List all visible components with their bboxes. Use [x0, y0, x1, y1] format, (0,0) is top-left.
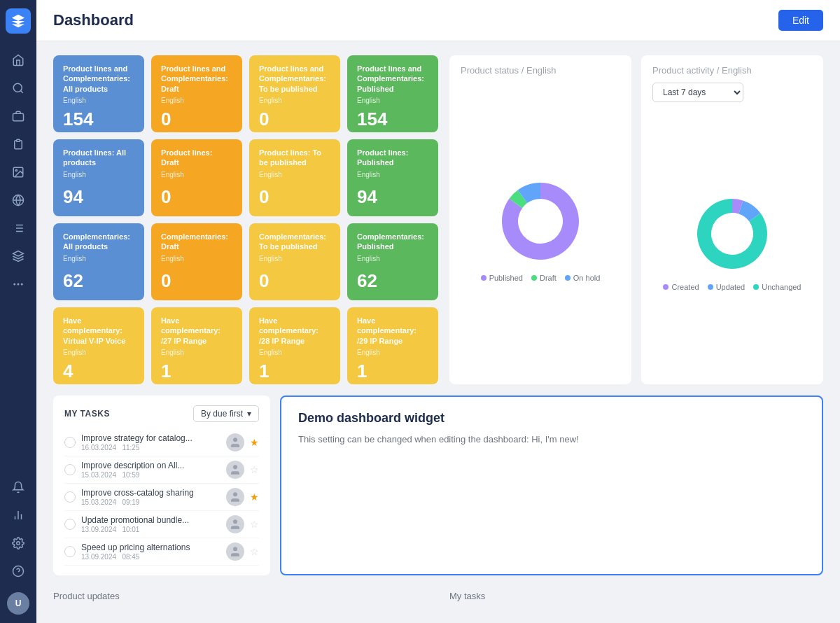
legend-dot: [565, 275, 570, 281]
product-activity-donut: CreatedUpdatedUnchanged: [652, 108, 812, 374]
user-avatar[interactable]: U: [7, 592, 29, 615]
svg-point-28: [233, 547, 237, 551]
task-date: 15.03.2024 10:59: [81, 471, 220, 479]
stat-card-title: Complementaries: All products: [63, 232, 134, 252]
legend-label: Updated: [716, 283, 746, 291]
stat-card[interactable]: Product lines and Complementaries: Publi…: [347, 55, 438, 132]
search-icon: [12, 82, 24, 94]
stat-card-value: 0: [259, 186, 330, 208]
sidebar-item-briefcase[interactable]: [6, 104, 31, 129]
task-avatar: [226, 433, 244, 451]
stat-card-title: Product lines and Complementaries: Draft: [161, 64, 232, 94]
tasks-filter-button[interactable]: By due first ▾: [193, 405, 259, 422]
task-star[interactable]: ★: [250, 491, 259, 503]
sidebar-item-globe[interactable]: [6, 188, 31, 213]
legend-item: Draft: [531, 274, 556, 282]
stat-card[interactable]: Product lines and Complementaries: To be…: [249, 55, 340, 132]
task-checkbox[interactable]: [64, 464, 76, 475]
task-item[interactable]: Improve cross-catalog sharing 15.03.2024…: [64, 484, 259, 511]
stat-card[interactable]: Complementaries: Published English 62: [347, 223, 438, 300]
legend-label: On hold: [573, 274, 601, 282]
sidebar-item-layers[interactable]: [6, 244, 31, 269]
stat-card-lang: English: [259, 97, 330, 104]
task-checkbox[interactable]: [64, 491, 76, 503]
task-star[interactable]: ★: [250, 437, 259, 448]
clipboard-icon: [12, 138, 24, 150]
my-tasks-label: My tasks: [449, 591, 485, 601]
tasks-filter-label: By due first: [201, 409, 243, 419]
stat-card-title: Product lines: Published: [357, 148, 428, 168]
stat-card[interactable]: Product lines: To be published English 0: [249, 139, 340, 216]
charts-row: Product status / English PublishedDraftO…: [449, 55, 823, 384]
stat-card[interactable]: Have complementary: /29 IP Range English…: [347, 307, 438, 384]
sidebar-logo[interactable]: [6, 8, 31, 34]
stat-card[interactable]: Product lines and Complementaries: All p…: [53, 55, 144, 132]
edit-button[interactable]: Edit: [778, 10, 823, 31]
activity-filter-dropdown[interactable]: Last 7 daysLast 30 daysLast 90 days: [652, 83, 743, 102]
stat-card[interactable]: Product lines: Published English 94: [347, 139, 438, 216]
legend-label: Published: [489, 274, 523, 282]
sidebar-item-home[interactable]: [6, 48, 31, 73]
sidebar-item-help[interactable]: [6, 559, 31, 584]
task-checkbox[interactable]: [64, 437, 76, 448]
stat-card-lang: English: [161, 349, 232, 356]
task-date: 13.09.2024 10:01: [81, 526, 220, 533]
task-item[interactable]: Speed up pricing alternations 13.09.2024…: [64, 538, 259, 566]
svg-point-21: [17, 542, 20, 545]
task-date: 13.09.2024 08:45: [81, 553, 220, 561]
stat-card[interactable]: Complementaries: To be published English…: [249, 223, 340, 300]
stat-card[interactable]: Complementaries: Draft English 0: [151, 223, 242, 300]
task-name: Speed up pricing alternations: [81, 542, 220, 552]
sidebar-item-bell[interactable]: [6, 475, 31, 500]
stat-card-value: 4: [63, 360, 134, 382]
sidebar-item-more[interactable]: [6, 272, 31, 297]
stat-card-title: Complementaries: Draft: [161, 232, 232, 252]
status-donut-svg: [495, 176, 586, 267]
task-star[interactable]: ☆: [250, 464, 259, 475]
task-item[interactable]: Update promotional bundle... 13.09.2024 …: [64, 511, 259, 538]
task-checkbox[interactable]: [64, 546, 76, 557]
task-date: 16.03.2024 11:25: [81, 444, 220, 451]
task-avatar: [226, 542, 244, 561]
sidebar-item-search[interactable]: [6, 76, 31, 101]
task-star[interactable]: ☆: [250, 546, 259, 557]
sidebar-item-list[interactable]: [6, 216, 31, 241]
stat-card[interactable]: Product lines and Complementaries: Draft…: [151, 55, 242, 132]
legend-item: Created: [663, 283, 699, 291]
stat-card[interactable]: Have complementary: Virtual V-IP Voice E…: [53, 307, 144, 384]
task-item[interactable]: Improve description on All... 15.03.2024…: [64, 456, 259, 484]
task-checkbox[interactable]: [64, 519, 76, 530]
stat-card-value: 1: [161, 360, 232, 382]
legend-label: Created: [671, 283, 699, 291]
stat-card[interactable]: Have complementary: /28 IP Range English…: [249, 307, 340, 384]
stat-card[interactable]: Have complementary: /27 IP Range English…: [151, 307, 242, 384]
stat-card-lang: English: [63, 255, 134, 262]
stat-card[interactable]: Product lines: Draft English 0: [151, 139, 242, 216]
stat-card[interactable]: Product lines: All products English 94: [53, 139, 144, 216]
svg-point-15: [18, 284, 19, 285]
svg-point-25: [233, 465, 237, 469]
legend-dot: [753, 284, 759, 290]
stat-card[interactable]: Complementaries: All products English 62: [53, 223, 144, 300]
bell-icon: [12, 481, 24, 493]
sidebar: U: [0, 0, 36, 623]
stat-card-lang: English: [259, 255, 330, 262]
chart-icon: [12, 509, 24, 522]
stat-card-value: 0: [259, 108, 330, 130]
sidebar-item-tasks[interactable]: [6, 132, 31, 157]
sidebar-item-chart[interactable]: [6, 503, 31, 528]
product-activity-panel: Product activity / English Last 7 daysLa…: [641, 55, 823, 384]
task-item[interactable]: Improve strategy for catalog... 16.03.20…: [64, 429, 259, 456]
home-icon: [12, 54, 24, 66]
stat-card-lang: English: [161, 171, 232, 178]
legend-item: Unchanged: [753, 283, 801, 291]
stat-card-value: 94: [357, 186, 428, 208]
sidebar-item-settings[interactable]: [6, 531, 31, 556]
task-date: 15.03.2024 09:19: [81, 498, 220, 506]
sidebar-item-image[interactable]: [6, 160, 31, 185]
svg-rect-3: [17, 139, 20, 141]
legend-item: Updated: [708, 283, 746, 291]
bottom-panels-row: MY TASKS By due first ▾ Improve strategy…: [53, 396, 823, 575]
task-info: Improve description on All... 15.03.2024…: [81, 461, 220, 479]
task-star[interactable]: ☆: [250, 519, 259, 530]
